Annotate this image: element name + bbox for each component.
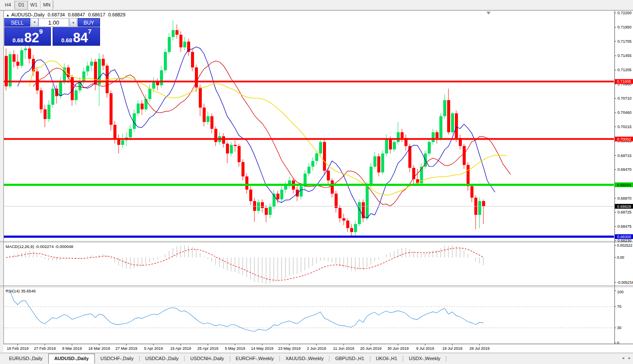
candle [241,162,244,176]
volume-increase-button[interactable]: ▲ [69,18,77,27]
candle [401,132,404,138]
candle [393,142,396,149]
macd-axis-label: 0.002522 [617,243,633,248]
price-tick-label: 0.71455 [617,53,632,58]
candle [187,42,190,52]
timeframe-button-mn[interactable]: MN [41,1,53,9]
candle [463,146,466,165]
candle [381,154,384,173]
candle [191,52,194,67]
candle [102,59,105,66]
candle [207,116,210,122]
price-tick-label: 0.71950 [617,25,632,29]
chart-tab-usdcad-daily[interactable]: USDCAD-,Daily [140,354,185,363]
candle [226,144,229,154]
candle [168,37,171,52]
chart-tab-usdx-weekly[interactable]: USDX-,Weekly [403,354,446,363]
date-tick-label: 5 May 2019 [225,346,245,351]
buy-price-button[interactable]: 0.68 84 7 [53,27,100,46]
buy-price-prefix: 0.68 [61,37,72,44]
price-tick-label: 0.68970 [617,196,632,201]
chart-tab-usdcnh-daily[interactable]: USDCNH-,Daily [185,354,229,363]
candle [346,220,349,228]
tab-separator [446,356,446,361]
chart-tab-ukoil-h1[interactable]: UKOil-,H1 [370,354,403,363]
chart-tab-xauusd-weekly[interactable]: XAUUSD-,Weekly [280,354,329,363]
buy-price-big: 84 [73,32,88,44]
candle [327,171,330,181]
mt4-terminal: { "toolbar": { "timeframes": [ {"label":… [0,0,633,364]
chart-tab-audusd-daily[interactable]: AUDUSD-,Daily [48,354,95,364]
candle [179,35,182,47]
candle [230,145,233,154]
candle [319,142,322,154]
candle [478,201,481,215]
candle [137,104,140,113]
price-tick-label: 0.69470 [617,167,632,172]
candle [75,91,78,100]
chart-canvas: 0.722000.719500.717050.714550.712050.709… [0,10,633,364]
rsi-axis-label: 100 [617,290,624,294]
candle [358,202,361,224]
panel-collapse-icon[interactable]: ▲ [6,13,9,17]
candle [20,50,23,66]
tab-scroll-left-icon[interactable]: ◄ [621,356,625,360]
date-tick-label: 27 Mar 2019 [116,346,138,351]
sell-price-button[interactable]: 0.68 82 9 [4,27,51,46]
chart-tabbar: EURUSD-,DailyAUDUSD-,DailyUSDCHF-,DailyU… [0,353,633,364]
volume-input[interactable] [38,18,69,27]
price-badge-label: 0.68300 [617,235,631,239]
candle [397,132,400,142]
candle [210,116,213,129]
date-tick-label: 18 Feb 2019 [7,346,29,351]
buy-button[interactable]: BUY [78,18,100,27]
price-tick-label: 0.68475 [617,224,632,229]
timeframe-button-w1[interactable]: W1 [28,1,40,9]
candle [432,132,435,142]
sell-button[interactable]: SELL [4,18,30,27]
candle [331,180,334,194]
candle [436,132,439,138]
candle [269,207,272,215]
candle [172,30,175,37]
chart-ohlc-header: ▲AUDUSD-,Daily 0.68734 0.68847 0.68617 0… [6,12,127,17]
ohlc-low: 0.68617 [88,12,105,17]
chart-tab-eurchf-weekly[interactable]: EURCHF-,Weekly [230,354,279,363]
date-tick-label: 2 Jun 2019 [307,346,326,351]
price-tick-label: 0.71705 [617,39,632,44]
candle [86,66,89,71]
ohlc-close: 0.68829 [108,12,125,17]
rsi-axis-label: 30 [617,326,621,330]
volume-decrease-button[interactable]: ▼ [31,18,38,27]
candle [183,42,186,47]
tab-scroll-right-icon[interactable]: ► [628,356,631,360]
macd-axis-label: 0.00 [617,255,624,260]
timeframe-button-h4[interactable]: H4 [2,1,14,9]
candle [160,70,163,85]
candle [16,62,19,66]
candle [238,146,241,162]
candle [253,201,256,211]
candle [451,113,454,132]
candle [199,88,202,108]
date-tick-label: 8 Mar 2019 [62,346,82,351]
candle [214,129,217,142]
candle [373,157,376,167]
candle [307,166,310,173]
chart-tab-gbpusd-h1[interactable]: GBPUSD-,H1 [329,354,370,363]
date-tick-label: 20 Jun 2019 [360,346,382,351]
candle [370,166,373,185]
candle [257,202,260,211]
candle [129,129,132,138]
chart-tab-eurusd-daily[interactable]: EURUSD-,Daily [3,354,48,363]
price-tick-label: 0.70215 [617,125,632,129]
price-badge-label: 0.68829 [617,204,631,209]
candle [377,157,380,173]
candle [467,165,470,186]
timeframe-button-d1[interactable]: D1 [15,1,28,9]
chart-tab-usdchf-daily[interactable]: USDCHF-,Daily [95,354,139,363]
candle [195,67,198,88]
rsi-value: 35.6546 [21,289,35,293]
candle [44,109,47,119]
candle [28,48,31,59]
